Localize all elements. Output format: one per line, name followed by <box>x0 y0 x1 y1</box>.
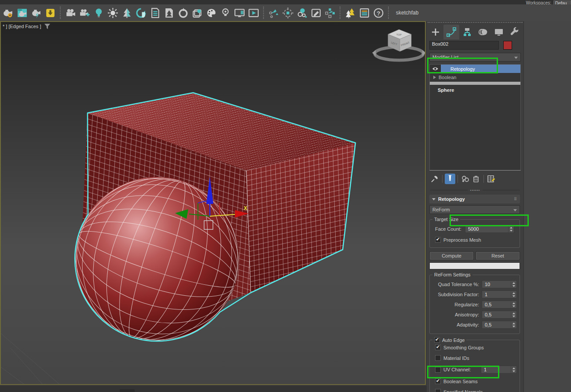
retopology-rollout-header[interactable]: Retopology ⠿ <box>429 195 520 203</box>
monitor-panels-icon[interactable] <box>233 6 246 19</box>
utilities-tab[interactable] <box>507 25 523 40</box>
subdivision-factor-spinner[interactable]: 1 <box>482 290 517 298</box>
auto-edge-checkbox[interactable]: ✔ <box>434 337 440 343</box>
viewcube-top-label[interactable]: TOP <box>396 33 402 36</box>
anisotropy-label: Anisotropy: <box>432 312 482 317</box>
pin-stack-icon[interactable] <box>429 174 440 184</box>
object-color-swatch[interactable] <box>503 41 512 50</box>
viewcube[interactable]: TOP LEFT FRONT <box>372 29 425 60</box>
configure-modifier-sets-icon[interactable] <box>486 174 497 184</box>
home-grid-lines <box>1 330 60 384</box>
auto-edge-group: ✔ Auto Edge ✔ Smoothing Groups ✔ Materia… <box>429 337 520 392</box>
play-window-icon[interactable] <box>247 6 260 19</box>
layers-ball-icon[interactable] <box>190 6 204 19</box>
bulb-gear-icon[interactable] <box>219 6 232 19</box>
smoothing-groups-checkbox[interactable]: ✔ <box>435 345 441 350</box>
reform-mode-value: ReForm <box>432 207 450 212</box>
scatter-align-icon[interactable] <box>267 6 280 19</box>
annotation-boolean-seams-highlight <box>427 366 499 378</box>
sun-icon[interactable] <box>106 6 119 19</box>
stack-item-label: Boolean <box>439 75 456 80</box>
modify-tab[interactable] <box>443 25 459 40</box>
toolbar-separator <box>388 7 389 19</box>
tool-separator <box>483 175 484 183</box>
show-end-result-icon[interactable] <box>445 174 455 184</box>
refresh-page-icon[interactable] <box>134 6 147 19</box>
tool-separator <box>442 175 443 183</box>
anisotropy-spinner[interactable]: 0,5 <box>482 311 517 319</box>
face-count-label: Face Count: <box>432 226 461 232</box>
camera-add-icon[interactable] <box>78 6 91 19</box>
pine-tree-icon[interactable] <box>120 6 133 19</box>
modifier-stack-toolbar <box>427 172 523 185</box>
filter-icon <box>44 24 50 29</box>
object-name-field[interactable]: Box002 <box>429 41 499 50</box>
array-move-icon[interactable] <box>323 6 337 19</box>
viewport-label[interactable]: * ] [Edged Faces ] <box>3 24 50 29</box>
gizmo-x-label: X <box>244 205 247 211</box>
toolbar-separator <box>263 7 264 19</box>
auto-edge-legend: Auto Edge <box>442 338 465 343</box>
palette-icon[interactable] <box>205 6 218 19</box>
adaptivity-spinner[interactable]: 0,5 <box>482 321 517 329</box>
boolean-seams-label: Boolean Seams <box>443 379 478 384</box>
rollout-grip-icon: ⠿ <box>514 197 517 201</box>
expand-arrow-icon[interactable] <box>433 76 436 79</box>
tool-separator <box>458 175 458 183</box>
specified-normals-checkbox[interactable]: ✔ <box>435 389 441 392</box>
make-unique-icon[interactable] <box>460 174 471 184</box>
teapot-lightning-icon[interactable] <box>29 6 43 19</box>
material-ids-label: Material IDs <box>443 356 469 361</box>
lightbulb-icon[interactable] <box>92 6 105 19</box>
camera-icon[interactable] <box>64 6 77 19</box>
status-strip <box>0 386 427 392</box>
help-icon[interactable]: ? <box>372 6 385 19</box>
annotation-face-count-highlight <box>450 214 529 226</box>
stack-item-label: Sphere <box>438 87 454 93</box>
display-tab[interactable] <box>491 25 507 40</box>
remove-modifier-icon[interactable] <box>471 174 481 184</box>
rollout-grip-divider[interactable]: •••••• <box>430 188 520 192</box>
create-tab[interactable] <box>428 25 443 40</box>
document-list-icon[interactable] <box>148 6 161 19</box>
rollout-title: Retopology <box>438 196 465 202</box>
smoothing-groups-label: Smoothing Groups <box>443 345 484 350</box>
preprocess-mesh-checkbox[interactable]: ✔ <box>435 237 441 243</box>
application-window: Workspaces: Defau ? sketchfab <box>0 0 571 392</box>
hierarchy-tab[interactable] <box>459 25 475 40</box>
reform-settings-group: ReForm Settings Quad Tolerance %: 10 Sub… <box>429 272 520 334</box>
command-panel: Box002 Modifier List Retopology Boolean <box>427 21 571 392</box>
document-color-icon[interactable] <box>358 6 371 19</box>
scene-3d: X TOP LEFT FRONT <box>1 22 425 384</box>
render-setup-icon[interactable] <box>15 6 29 19</box>
annotation-retopology-highlight <box>427 58 498 73</box>
motion-tab[interactable] <box>475 25 491 40</box>
command-panel-tabs <box>427 25 523 40</box>
reset-button[interactable]: Reset <box>476 251 520 260</box>
compute-button[interactable]: Compute <box>429 251 474 260</box>
stack-item-boolean[interactable]: Boolean <box>430 73 520 81</box>
fire-ring-icon[interactable] <box>176 6 190 19</box>
quad-tolerance-spinner[interactable]: 10 <box>482 280 517 288</box>
teapot-gear-icon[interactable] <box>1 6 15 19</box>
regularize-spinner[interactable]: 0,5 <box>482 301 517 309</box>
material-ids-checkbox[interactable]: ✔ <box>435 355 441 361</box>
window-top-strip <box>0 0 571 4</box>
perspective-viewport[interactable]: * ] [Edged Faces ] <box>0 21 426 385</box>
center-target-icon[interactable] <box>281 6 294 19</box>
reform-settings-legend: ReForm Settings <box>432 272 472 277</box>
adaptivity-label: Adaptivity: <box>432 322 482 327</box>
collapse-caret-icon <box>432 198 436 200</box>
stack-item-sphere[interactable]: Sphere <box>430 85 520 93</box>
status-strip-tab <box>120 389 135 392</box>
reform-mode-dropdown[interactable]: ReForm <box>429 205 520 214</box>
specified-normals-label: Specified Normals <box>443 389 483 392</box>
boolean-seams-checkbox[interactable]: ✔ <box>435 378 441 384</box>
paint-window-icon[interactable] <box>309 6 322 19</box>
page-tree-icon[interactable] <box>162 6 176 19</box>
forest-icon[interactable] <box>344 6 357 19</box>
subdivision-factor-label: Subdivision Factor: <box>432 292 482 297</box>
state-sets-icon[interactable] <box>44 6 57 19</box>
spheres-scatter-icon[interactable] <box>295 6 308 19</box>
toolbar-separator <box>60 7 61 19</box>
